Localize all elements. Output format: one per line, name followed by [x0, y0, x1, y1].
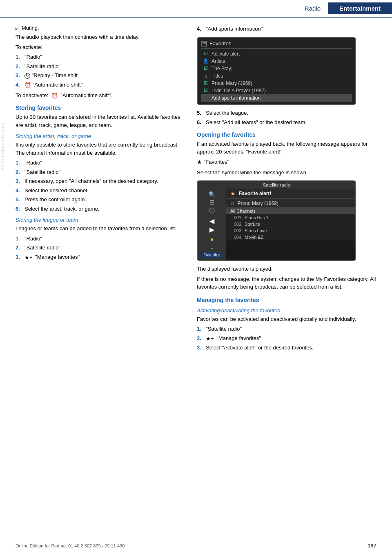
artist-text-6: Select the artist, track, or game. — [24, 205, 185, 213]
activate-text-3: ↻ "Replay - Time shift" — [24, 71, 185, 80]
header-radio-label: Radio — [305, 5, 328, 12]
sat-channel-002: 002 StarLite — [226, 221, 355, 227]
sat-star-icon: ★ — [230, 190, 236, 197]
league-text-2: "Satellite radio" — [24, 244, 185, 252]
sat-track-row: ♫ Proud Mary (1969) — [226, 199, 355, 208]
managing-num-2: 2. — [197, 334, 204, 342]
sat-alert-row: ★ Favorite alert! — [226, 189, 355, 199]
activate-item-2: 2. "Satellite radio" — [16, 62, 185, 71]
managing-text-1: "Satellite radio" — [206, 325, 385, 333]
activating-heading: Activating/deactivating the favorites — [197, 307, 385, 314]
artist-list: 1. "Radio" 2. "Satellite radio" 3. If ne… — [16, 159, 185, 213]
storing-artist-para: It is only possible to store favorites t… — [16, 141, 185, 157]
artist-text-2: "Satellite radio" — [24, 168, 185, 176]
muting-text: Muting. — [22, 25, 39, 31]
activate-list: 1. "Radio" 2. "Satellite radio" 3. ↻ "Re… — [16, 53, 185, 89]
replay-icon: ↻ — [24, 73, 30, 79]
clock-icon: ⏰ — [24, 82, 31, 88]
sat-music-icon: ♫ — [230, 200, 234, 206]
num-1: 1. — [16, 53, 23, 61]
artist-num-4: 4. — [16, 187, 23, 195]
artist-item-2: 2. "Satellite radio" — [16, 168, 185, 176]
favorites-title-icon — [201, 40, 207, 47]
league-num-1: 1. — [16, 235, 23, 243]
checkbox-icon-4: ☑ — [203, 88, 209, 93]
sat-channel-003: 003 Sirius Love — [226, 227, 355, 234]
artist-text-3: If necessary, open "All channels" or the… — [24, 177, 185, 185]
footer-edition-text: Online Edition for Part no. 01 40 2 607 … — [16, 543, 125, 548]
no-message-para: If there is no message, the system chang… — [197, 275, 385, 291]
fav-item-activate-alert: ☑ Activate alert — [201, 50, 352, 58]
artist-num-6: 6. — [16, 205, 23, 213]
artist-num-3: 3. — [16, 177, 23, 185]
star-plus-icon-2: ★+ — [206, 335, 214, 341]
right-column: 4. "Add sports information" Favorites ☑ … — [192, 25, 392, 354]
activate-item-4: 4. ⏰ "Automatic time shift" — [16, 81, 185, 89]
activate-text-1: "Radio" — [24, 53, 185, 61]
fav-item-artists: 👤 Artists — [201, 58, 352, 65]
storing-favorites-para: Up to 30 favorites can be stored in the … — [16, 113, 185, 129]
fav-item-add-sports: Add sports information — [201, 94, 352, 102]
sat-layout: 🔍 ☰ ⓘ ◀ ▶ ★ ⌄ Favorites ★ Favorite alert… — [198, 189, 355, 260]
sat-title-bar: Satellite radio — [198, 181, 355, 189]
storing-league-heading: Storing the league or team — [16, 217, 185, 223]
header-entertainment-label: Entertainment — [328, 2, 392, 14]
managing-num-3: 3. — [197, 344, 204, 352]
league-item-2: 2. "Satellite radio" — [16, 244, 185, 252]
main-content: ▹ Muting. The audio playback then contin… — [0, 18, 392, 354]
sat-track-text: Proud Mary (1969) — [238, 200, 278, 206]
page-header: Radio Entertainment — [0, 0, 392, 18]
storing-favorites-heading: Storing favorites — [16, 105, 185, 111]
managing-item-2: 2. ★+ "Manage favorites" — [197, 334, 385, 342]
favorites-screen: Favorites ☑ Activate alert 👤 Artists ☑ T… — [197, 37, 356, 105]
watermark: ProCarManuals.com — [0, 122, 5, 170]
music-icon: ♫ — [203, 73, 209, 78]
artist-text-1: "Radio" — [24, 159, 185, 167]
league-text-3: ★+ "Manage favorites" — [24, 253, 185, 261]
artist-num-1: 1. — [16, 159, 23, 167]
fav-item-proud-mary: ☑ Proud Mary (1969) — [201, 80, 352, 87]
right-step-4: 4. "Add sports information" — [197, 25, 385, 33]
person-icon: 👤 — [203, 58, 209, 64]
sat-channel-004: 004 Movin EZ — [226, 234, 355, 240]
muting-bullet: ▹ Muting. — [16, 25, 185, 31]
fav-item-livin-prayer: ☑ Livin' On A Prayer (1987) — [201, 87, 352, 94]
artist-item-5: 5. Press the controller again. — [16, 196, 185, 204]
managing-item-1: 1. "Satellite radio" — [197, 325, 385, 333]
sat-num-003: 003 — [226, 228, 245, 233]
star-icon-opening: ★ — [197, 159, 202, 165]
page-footer: Online Edition for Part no. 01 40 2 607 … — [0, 539, 392, 549]
para-audio-playback: The audio playback then continues with a… — [16, 33, 185, 41]
fav-item-the-fray: ☑ The Fray; — [201, 65, 352, 72]
num-3: 3. — [16, 71, 23, 80]
favorites-title: Favorites — [209, 40, 231, 47]
managing-item-3: 3. Select "Activate alert" or the desire… — [197, 344, 385, 352]
sat-num-002: 002 — [226, 222, 245, 227]
favorites-title-bar: Favorites — [201, 40, 352, 49]
opening-favorites-label: ★ "Favorites" — [197, 158, 385, 167]
managing-text-3: Select "Activate alert" or the desired f… — [206, 344, 385, 352]
sat-icon-list: ☰ — [209, 199, 215, 206]
sat-name-001: Sirius Hits 1 — [245, 215, 269, 220]
artist-item-3: 3. If necessary, open "All channels" or … — [16, 177, 185, 185]
para-deactivate: To deactivate: ⏰ "Automatic time shift". — [16, 91, 185, 100]
artist-item-6: 6. Select the artist, track, or game. — [16, 205, 185, 213]
managing-favorites-heading: Managing the favorites — [197, 297, 385, 303]
sat-icon-star: ★ — [209, 236, 215, 242]
star-plus-icon: ★+ — [24, 254, 33, 260]
page-number: 197 — [368, 543, 376, 549]
sat-num-001: 001 — [226, 215, 245, 220]
fav-item-titles: ♫ Titles — [201, 72, 352, 80]
activating-para: Favorites can be activated and deactivat… — [197, 315, 385, 323]
sat-alert-text: Favorite alert! — [239, 191, 271, 196]
artist-text-4: Select the desired channel. — [24, 187, 185, 195]
checkbox-icon-2: ☑ — [203, 66, 209, 71]
opening-para2: Select the symbol while the message is s… — [197, 169, 385, 177]
league-list: 1. "Radio" 2. "Satellite radio" 3. ★+ "M… — [16, 235, 185, 261]
arrow-icon: ▹ — [16, 25, 18, 31]
sat-icon-search: 🔍 — [209, 191, 216, 198]
right-step-5: 5. Select the league. — [197, 109, 385, 117]
artist-num-5: 5. — [16, 196, 23, 204]
league-item-3: 3. ★+ "Manage favorites" — [16, 253, 185, 261]
sat-channel-001: 001 Sirius Hits 1 — [226, 214, 355, 221]
